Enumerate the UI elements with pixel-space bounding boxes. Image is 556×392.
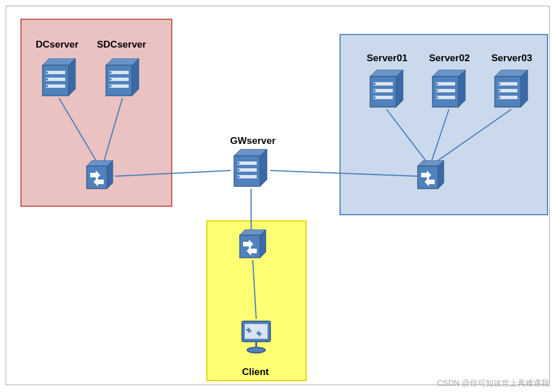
svg-point-26 bbox=[237, 176, 240, 178]
svg-point-17 bbox=[109, 85, 112, 87]
svg-point-44 bbox=[436, 96, 438, 99]
svg-point-53 bbox=[498, 96, 500, 99]
svg-rect-30 bbox=[374, 82, 393, 86]
switch-left-icon bbox=[84, 160, 115, 191]
svg-rect-21 bbox=[237, 161, 257, 165]
svg-marker-37 bbox=[459, 70, 465, 107]
gw-server-icon bbox=[231, 149, 270, 189]
svg-point-25 bbox=[237, 169, 240, 171]
svg-rect-31 bbox=[374, 89, 393, 92]
svg-point-43 bbox=[436, 90, 438, 92]
label-client: Client bbox=[242, 367, 269, 378]
svg-point-51 bbox=[498, 83, 500, 85]
svg-point-35 bbox=[374, 96, 376, 99]
svg-point-34 bbox=[374, 90, 376, 92]
svg-point-24 bbox=[237, 162, 240, 164]
svg-point-52 bbox=[498, 90, 500, 92]
svg-rect-14 bbox=[109, 84, 129, 88]
svg-point-8 bbox=[46, 85, 48, 87]
svg-rect-4 bbox=[46, 78, 65, 81]
server-02-icon bbox=[429, 70, 469, 109]
switch-right-icon bbox=[415, 160, 446, 191]
svg-rect-22 bbox=[237, 168, 257, 172]
svg-marker-1 bbox=[69, 58, 75, 96]
svg-point-6 bbox=[46, 71, 48, 74]
svg-rect-40 bbox=[436, 89, 455, 92]
svg-marker-19 bbox=[260, 149, 267, 186]
svg-rect-41 bbox=[436, 96, 455, 99]
svg-rect-13 bbox=[109, 78, 129, 81]
svg-marker-10 bbox=[132, 58, 139, 96]
svg-rect-39 bbox=[436, 82, 455, 86]
svg-rect-32 bbox=[374, 96, 393, 99]
diagram-canvas: DCserver SDCserver GWserver Server01 Ser… bbox=[6, 6, 550, 385]
svg-point-42 bbox=[436, 83, 438, 85]
label-dcserver: DCserver bbox=[36, 39, 79, 50]
dc-server-icon bbox=[39, 58, 79, 98]
svg-rect-23 bbox=[237, 175, 257, 178]
label-gwserver: GWserver bbox=[230, 135, 275, 147]
svg-rect-49 bbox=[498, 89, 517, 92]
svg-rect-50 bbox=[498, 96, 517, 99]
svg-marker-46 bbox=[521, 70, 528, 107]
svg-rect-48 bbox=[498, 82, 517, 86]
svg-marker-28 bbox=[396, 70, 403, 107]
label-server02: Server02 bbox=[429, 53, 470, 64]
svg-point-71 bbox=[247, 347, 265, 353]
switch-bottom-icon bbox=[237, 229, 268, 260]
watermark-text: CSDN @你可知这世上再难遇我 bbox=[437, 378, 549, 389]
label-server03: Server03 bbox=[491, 53, 532, 64]
svg-rect-5 bbox=[46, 84, 65, 88]
server-03-icon bbox=[491, 70, 531, 109]
svg-rect-12 bbox=[109, 71, 129, 74]
label-sdcserver: SDCserver bbox=[97, 39, 146, 50]
svg-point-16 bbox=[109, 78, 112, 80]
svg-point-33 bbox=[374, 83, 376, 85]
sdc-server-icon bbox=[103, 58, 142, 98]
svg-rect-3 bbox=[46, 71, 65, 74]
label-server01: Server01 bbox=[367, 53, 408, 64]
server-01-icon bbox=[367, 70, 406, 109]
client-pc-icon bbox=[236, 317, 276, 356]
svg-point-15 bbox=[109, 71, 112, 74]
svg-point-7 bbox=[46, 78, 48, 80]
